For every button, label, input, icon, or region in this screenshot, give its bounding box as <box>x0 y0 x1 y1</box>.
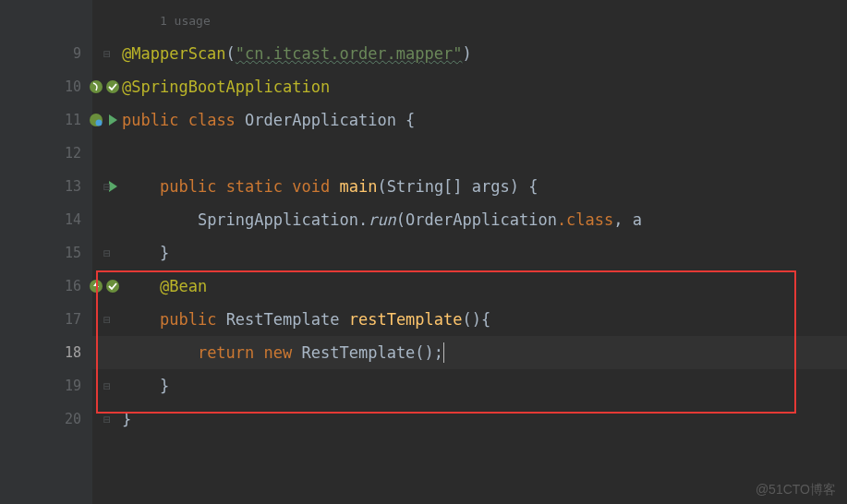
gutter-row: 14 <box>0 203 92 236</box>
line-number: 13 <box>65 178 81 195</box>
annotation: @MapperScan <box>122 44 226 63</box>
method-call: run <box>368 210 396 229</box>
gutter-row: 20 <box>0 402 92 436</box>
fold-icon[interactable]: ⊟ <box>92 246 122 260</box>
fold-icon[interactable]: ⊟ <box>92 413 122 426</box>
gutter-row <box>0 4 92 37</box>
gutter-row: 9 <box>0 37 92 70</box>
gutter-row: 17 <box>0 303 92 336</box>
line-number: 16 <box>65 278 81 294</box>
gutter: 9 10 11 12 13 14 <box>0 0 92 504</box>
usage-hint[interactable]: 1 usage <box>160 14 211 28</box>
line-number: 9 <box>73 45 81 62</box>
method-name: restTemplate <box>349 310 463 329</box>
code-editor[interactable]: 9 10 11 12 13 14 <box>0 0 847 504</box>
text-caret <box>443 342 444 363</box>
line-number: 20 <box>65 411 81 427</box>
line-number: 19 <box>65 378 81 394</box>
line-number: 10 <box>65 78 81 95</box>
line-number: 17 <box>65 311 81 328</box>
gutter-row: 11 <box>0 103 92 137</box>
gutter-row: 16 <box>0 270 92 303</box>
line-number: 14 <box>65 211 81 228</box>
gutter-row: 19 <box>0 369 92 402</box>
gutter-row: 13 <box>0 170 92 203</box>
line-number: 15 <box>65 245 81 261</box>
gutter-row: 15 <box>0 236 92 270</box>
gutter-row: 10 <box>0 70 92 103</box>
line-number: 12 <box>65 145 81 162</box>
watermark: @51CTO博客 <box>756 482 836 498</box>
gutter-row: 18 <box>0 336 92 369</box>
fold-icon[interactable]: ⊟ <box>92 180 122 194</box>
annotation: @SpringBootApplication <box>122 78 330 96</box>
method-name: main <box>340 177 378 196</box>
fold-icon[interactable]: ⊟ <box>92 379 122 393</box>
code-area[interactable]: 1 usage ⊟@MapperScan("cn.itcast.order.ma… <box>92 0 847 504</box>
line-number: 18 <box>65 344 81 361</box>
class-name: OrderApplication <box>245 111 396 129</box>
annotation: @Bean <box>160 277 207 295</box>
gutter-row: 12 <box>0 137 92 170</box>
line-number: 11 <box>65 112 81 128</box>
current-line: return new RestTemplate(); <box>92 336 847 369</box>
fold-icon[interactable]: ⊟ <box>92 313 122 327</box>
string-literal: "cn.itcast.order.mapper" <box>236 44 463 63</box>
fold-icon[interactable]: ⊟ <box>92 47 122 61</box>
